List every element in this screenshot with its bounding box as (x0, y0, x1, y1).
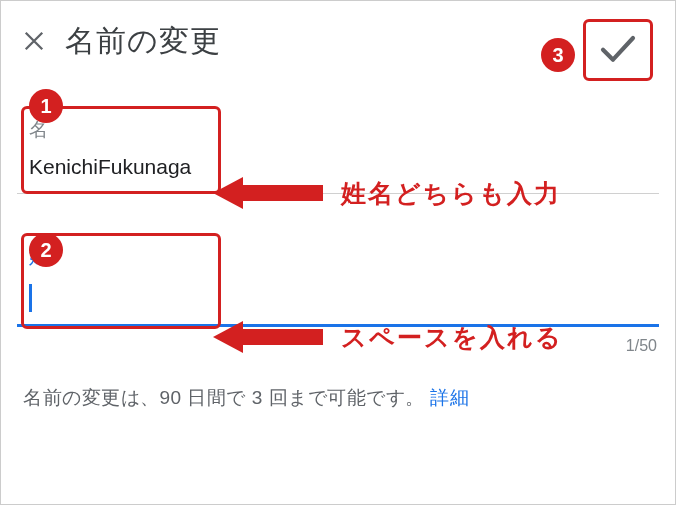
svg-marker-0 (213, 177, 323, 209)
confirm-button[interactable] (583, 19, 653, 81)
svg-marker-1 (213, 321, 323, 353)
first-name-label: 名 (17, 109, 659, 143)
text-cursor (29, 284, 32, 312)
check-icon (598, 28, 638, 72)
annotation-arrow-1: 姓名どちらも入力 (213, 171, 561, 215)
close-icon[interactable] (23, 27, 45, 59)
notice-message: 名前の変更は、90 日間で 3 回まで可能です。 (23, 387, 425, 408)
page-title: 名前の変更 (65, 21, 221, 62)
last-name-label: 姓 (17, 236, 659, 270)
annotation-text-2: スペースを入れる (341, 321, 563, 354)
annotation-badge-1: 1 (29, 89, 63, 123)
annotation-text-1: 姓名どちらも入力 (341, 177, 561, 210)
annotation-badge-3: 3 (541, 38, 575, 72)
details-link[interactable]: 詳細 (430, 387, 469, 408)
notice-text: 名前の変更は、90 日間で 3 回まで可能です。 詳細 (17, 355, 659, 411)
annotation-badge-2: 2 (29, 233, 63, 267)
annotation-arrow-2: スペースを入れる (213, 315, 563, 359)
